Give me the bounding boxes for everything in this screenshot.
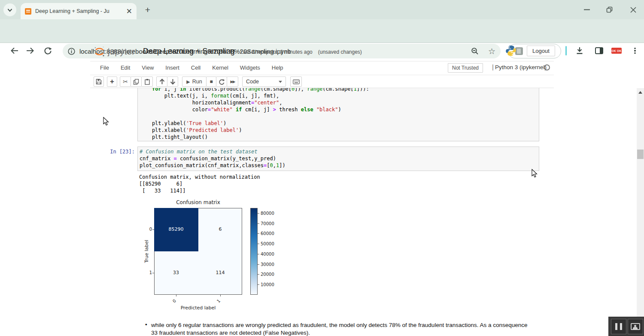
mouse-cursor-2 (532, 169, 538, 178)
browser-tab-strip: Deep Learning + Sampling - Ju ✕ + (0, 0, 644, 19)
code-line: plt.xlabel('Predicted label') (140, 127, 539, 134)
chevron-down-icon (7, 8, 12, 12)
chevron-down-icon (279, 81, 282, 83)
notebook-title[interactable]: Deep Learning + Sampling (143, 47, 235, 56)
cell-value-01: 6 (198, 226, 242, 232)
scrollbar-thumb[interactable] (637, 150, 644, 159)
paste-cell-button[interactable] (141, 76, 153, 87)
scrollbar-track[interactable] (637, 88, 644, 336)
logout-button[interactable]: Logout (527, 46, 555, 56)
menu-view[interactable]: View (142, 64, 154, 71)
forward-button[interactable] (25, 46, 35, 56)
restart-run-all-button[interactable]: ▶▶ (227, 76, 238, 87)
menu-help[interactable]: Help (272, 64, 283, 71)
menu-kernel[interactable]: Kernel (212, 64, 228, 71)
restore-icon (606, 6, 613, 13)
new-tab-button[interactable]: + (143, 5, 153, 15)
kernel-separator: | (492, 63, 494, 70)
recorder-webcam-button[interactable] (628, 319, 643, 334)
plus-icon: + (110, 77, 114, 86)
python-logo-icon (505, 45, 517, 57)
cell-type-value: Code (243, 79, 279, 85)
menu-widgets[interactable]: Widgets (240, 64, 260, 71)
not-trusted-button[interactable]: Not Trusted (448, 63, 483, 73)
notebook-scroll-area[interactable]: for i, j in itertools.product(range(cm.s… (0, 88, 637, 336)
kernel-name: Python 3 (ipykernel) (495, 64, 547, 70)
code-cell-above[interactable]: for i, j in itertools.product(range(cm.s… (137, 88, 539, 141)
paste-icon (144, 79, 150, 85)
menu-cell[interactable]: Cell (191, 64, 200, 71)
colorbar-tick: 20000 (261, 272, 280, 277)
extension-badge[interactable]: OK OK (611, 48, 622, 54)
triangle-up-icon (638, 91, 642, 94)
copy-cell-button[interactable] (131, 76, 142, 87)
jupyter-toolbar: + ✂ ▶ Run ■ ▶▶ Code (90, 75, 554, 88)
move-cell-up-button[interactable] (156, 76, 167, 87)
interrupt-kernel-button[interactable]: ■ (206, 76, 216, 87)
restart-icon (219, 79, 225, 85)
tab-close-icon[interactable]: ✕ (126, 8, 132, 15)
browser-tab[interactable]: Deep Learning + Sampling - Ju ✕ (21, 3, 137, 19)
menu-edit[interactable]: Edit (121, 64, 130, 71)
code-line: for i, j in itertools.product(range(cm.s… (140, 88, 539, 92)
add-cell-button[interactable]: + (107, 76, 117, 87)
colorbar-tick: 80000 (261, 211, 280, 216)
window-close-button[interactable] (623, 0, 643, 19)
code-line (140, 113, 539, 120)
colorbar (250, 208, 258, 295)
command-palette-button[interactable] (290, 76, 302, 87)
output-line: Confusion matrix, without normalization (139, 174, 260, 180)
code-cell[interactable]: # Confusion matrix on the test dataset c… (137, 147, 539, 171)
code-line: plt.tight_layout() (140, 134, 539, 141)
arrow-down-icon (170, 79, 176, 85)
code-line: plt.text(j, i, format(cm[i, j], fmt), (140, 92, 539, 99)
code-line: plot_confusion_matrix(cnf_matrix,classes… (140, 162, 539, 169)
x-axis-label: Predicted label (154, 305, 242, 311)
code-line: color="white" if cm[i, j] > thresh else … (140, 106, 539, 113)
y-tick-1: 1 (146, 270, 152, 275)
colorbar-tick: 10000 (261, 282, 280, 287)
code-line: plt.ylabel('True label') (140, 120, 539, 127)
fast-forward-icon: ▶▶ (231, 79, 235, 84)
menu-file[interactable]: File (100, 64, 109, 71)
site-info-icon[interactable] (68, 48, 75, 55)
colorbar-tick: 40000 (261, 252, 280, 257)
cell-prompt: In [23]: (103, 148, 135, 155)
minimize-icon (584, 9, 590, 10)
y-tick-0: 0 (146, 227, 152, 232)
jupyter-logo-icon (94, 46, 105, 58)
tab-search-button[interactable] (3, 3, 16, 16)
side-panel-button[interactable] (594, 46, 604, 56)
toolbar-divider (565, 46, 567, 55)
y-axis-label: True label (144, 234, 149, 269)
downloads-button[interactable] (574, 46, 585, 56)
window-restore-button[interactable] (599, 0, 619, 19)
menu-insert[interactable]: Insert (165, 64, 179, 71)
scrollbar-up-button[interactable] (637, 89, 644, 95)
browser-menu-button[interactable] (631, 46, 639, 56)
save-button[interactable] (94, 76, 104, 87)
cell-value-11: 114 (198, 270, 242, 275)
window-minimize-button[interactable] (577, 0, 597, 19)
move-cell-down-button[interactable] (167, 76, 178, 87)
run-button[interactable]: ▶ Run (182, 76, 207, 87)
reload-button[interactable] (43, 46, 53, 56)
cell-type-dropdown[interactable]: Code (242, 76, 286, 87)
tab-title: Deep Learning + Sampling - Ju (35, 8, 124, 14)
code-line: # Confusion matrix on the test dataset (140, 148, 539, 155)
restart-kernel-button[interactable] (216, 76, 227, 87)
browser-toolbar: localhost:8888/notebooks/Deep%20Learning… (0, 19, 644, 43)
back-button[interactable] (9, 46, 20, 56)
screen-recorder-overlay (608, 317, 644, 336)
jupyter-logo[interactable]: jupyter (94, 46, 135, 58)
close-icon (630, 7, 636, 13)
cut-cell-button[interactable]: ✂ (120, 76, 131, 87)
recorder-pause-button[interactable] (611, 319, 626, 334)
output-line: [ 33 114]] (139, 187, 185, 194)
x-tick-1: 1 (216, 296, 223, 303)
back-icon (10, 47, 19, 55)
unsaved-status: (unsaved changes) (318, 49, 362, 55)
code-line: horizontalalignment="center", (140, 99, 539, 106)
scissors-icon: ✂ (123, 78, 128, 85)
bullet-marker: • (145, 321, 147, 328)
